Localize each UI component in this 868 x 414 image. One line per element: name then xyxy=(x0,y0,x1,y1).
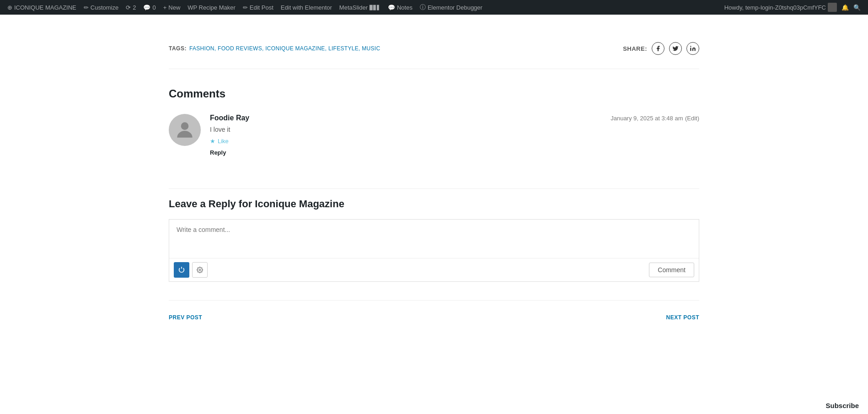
adminbar-user[interactable]: Howdy, temp-login-Z0tshq03pCmfYFC 🔔 🔍 xyxy=(721,3,864,12)
comment-date: January 9, 2025 at 3:48 am xyxy=(611,115,683,122)
comment-text: I love it xyxy=(210,126,699,133)
comment-like-btn[interactable]: ★ Like xyxy=(210,138,699,145)
adminbar-site[interactable]: ⊕ ICONIQUE MAGAZINE xyxy=(4,0,80,15)
post-navigation: PREV POST NEXT POST xyxy=(169,300,699,339)
comments-title: Comments xyxy=(169,87,699,100)
adminbar-metaslider[interactable]: MetaSlider ▉▊▋ xyxy=(336,0,384,15)
next-post-link[interactable]: NEXT POST xyxy=(666,314,699,321)
tags-list[interactable]: FASHION, FOOD REVIEWS, ICONIQUE MAGAZINE… xyxy=(189,45,380,52)
tags-share-row: TAGS: FASHION, FOOD REVIEWS, ICONIQUE MA… xyxy=(169,33,699,69)
adminbar-elementor-debugger[interactable]: ⓘ Elementor Debugger xyxy=(416,0,486,15)
edit-icon: ✏ xyxy=(243,4,248,11)
tags-container: TAGS: FASHION, FOOD REVIEWS, ICONIQUE MA… xyxy=(169,45,380,52)
customize-icon: ✏ xyxy=(84,4,89,11)
search-icon[interactable]: 🔍 xyxy=(853,4,861,11)
adminbar-customize[interactable]: ✏ Customize xyxy=(80,0,122,15)
svg-point-0 xyxy=(690,46,691,47)
comment-body: Foodie Ray January 9, 2025 at 3:48 am (E… xyxy=(210,114,699,156)
wp-logo-icon: ⊕ xyxy=(7,4,12,11)
share-label: SHARE: xyxy=(623,45,647,52)
user-avatar xyxy=(828,3,837,12)
comment-header: Foodie Ray January 9, 2025 at 3:48 am (E… xyxy=(210,114,699,122)
info-icon: ⓘ xyxy=(420,3,426,11)
adminbar-elementor[interactable]: Edit with Elementor xyxy=(277,0,336,15)
power-button[interactable] xyxy=(174,262,189,278)
comment-submit-button[interactable]: Comment xyxy=(649,263,694,277)
adminbar-site-name: ICONIQUE MAGAZINE xyxy=(14,4,76,11)
comment-author: Foodie Ray xyxy=(210,114,249,122)
reply-title: Leave a Reply for Iconique Magazine xyxy=(169,198,699,210)
notes-icon: 💬 xyxy=(388,4,395,11)
admin-bar: ⊕ ICONIQUE MAGAZINE ✏ Customize ⟳ 2 💬 0 … xyxy=(0,0,868,15)
star-icon: ★ xyxy=(210,138,215,145)
comments-section: Comments Foodie Ray January 9, 2025 at 3… xyxy=(169,69,699,188)
twitter-share-icon[interactable] xyxy=(669,42,682,55)
comment-reply-button[interactable]: Reply xyxy=(210,149,226,156)
adminbar-comments[interactable]: 💬 0 xyxy=(139,0,159,15)
comment-item: Foodie Ray January 9, 2025 at 3:48 am (E… xyxy=(169,114,699,156)
reply-section: Leave a Reply for Iconique Magazine xyxy=(169,189,699,300)
facebook-share-icon[interactable] xyxy=(652,42,664,55)
share-container: SHARE: xyxy=(623,42,699,55)
adminbar-edit-post[interactable]: ✏ Edit Post xyxy=(239,0,277,15)
updates-icon: ⟳ xyxy=(126,4,131,11)
avatar xyxy=(169,114,201,146)
linkedin-share-icon[interactable] xyxy=(686,42,699,55)
settings-button[interactable] xyxy=(192,262,208,278)
prev-post-link[interactable]: PREV POST xyxy=(169,314,202,321)
tags-label: TAGS: xyxy=(169,45,187,52)
comment-textarea[interactable] xyxy=(169,220,699,256)
reply-form: Comment xyxy=(169,219,699,282)
svg-point-1 xyxy=(181,122,189,130)
comment-meta: January 9, 2025 at 3:48 am (Edit) xyxy=(611,114,699,122)
bell-icon: 🔔 xyxy=(841,4,849,11)
reply-toolbar: Comment xyxy=(169,258,699,281)
comments-icon: 💬 xyxy=(143,4,150,11)
adminbar-updates[interactable]: ⟳ 2 xyxy=(122,0,139,15)
comment-edit-link[interactable]: (Edit) xyxy=(685,115,699,122)
page-content: TAGS: FASHION, FOOD REVIEWS, ICONIQUE MA… xyxy=(160,15,708,339)
adminbar-notes[interactable]: 💬 Notes xyxy=(384,0,416,15)
svg-point-2 xyxy=(199,269,201,271)
adminbar-new[interactable]: + New xyxy=(160,0,184,15)
plus-icon: + xyxy=(163,4,167,11)
chart-icon: ▉▊▋ xyxy=(370,5,380,10)
adminbar-recipe-maker[interactable]: WP Recipe Maker xyxy=(184,0,239,15)
